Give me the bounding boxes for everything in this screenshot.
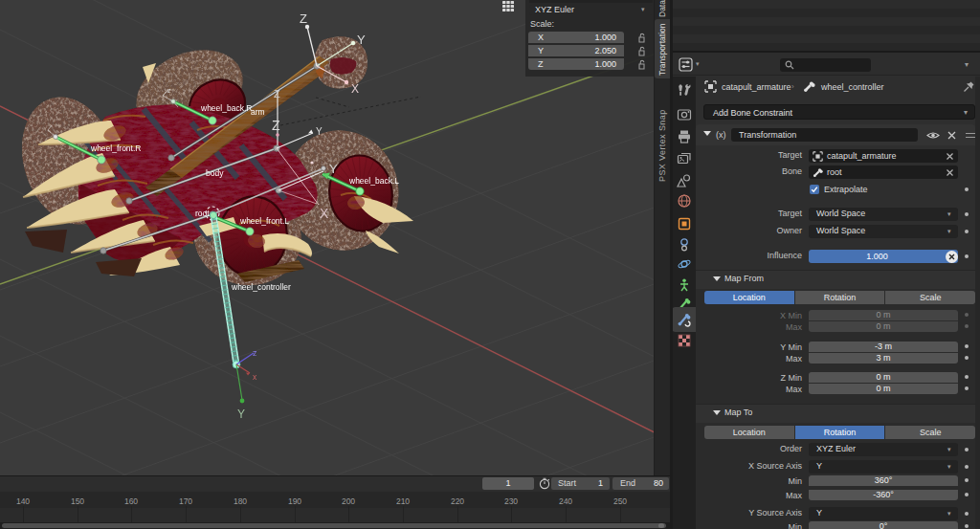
svg-text:wheel_front.L: wheel_front.L: [239, 216, 289, 226]
svg-text:Z: Z: [274, 88, 280, 99]
svg-text:Y: Y: [329, 162, 338, 176]
svg-text:Z: Z: [300, 11, 307, 26]
svg-text:wheel_back.L: wheel_back.L: [348, 176, 399, 186]
svg-text:wheel_controller: wheel_controller: [231, 282, 291, 292]
svg-text:z: z: [253, 348, 257, 358]
svg-text:wheel_back.R: wheel_back.R: [200, 103, 252, 113]
svg-text:X: X: [320, 206, 329, 221]
svg-text:body: body: [206, 168, 224, 178]
svg-text:Y: Y: [357, 33, 366, 47]
svg-text:arm: arm: [251, 107, 265, 117]
svg-text:X: X: [351, 82, 359, 96]
svg-text:z: z: [167, 87, 171, 94]
svg-text:Y: Y: [237, 408, 245, 421]
svg-text:root: root: [195, 209, 210, 218]
svg-text:Z: Z: [272, 118, 280, 133]
svg-text:wheel_front.R: wheel_front.R: [90, 143, 141, 153]
svg-text:Y: Y: [316, 126, 323, 137]
